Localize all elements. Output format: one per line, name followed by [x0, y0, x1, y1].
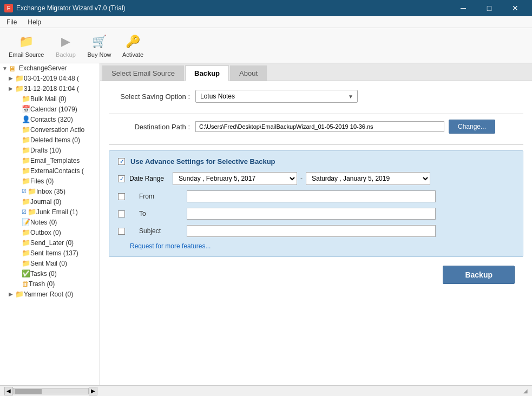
- folder-icon-journal: 📁: [22, 197, 30, 206]
- tree-item-files[interactable]: ▶ 📁 Files (0): [0, 176, 100, 186]
- tree-item-templates[interactable]: ▶ 📁 Email_Templates: [0, 155, 100, 166]
- tree-label-contacts: Contacts (320): [30, 116, 73, 123]
- tree-label-journal: Journal (0): [30, 198, 61, 206]
- tree-item-drafts[interactable]: ▶ 📁 Drafts (10): [0, 145, 100, 155]
- tree-label-trash: Trash (0): [29, 280, 55, 288]
- email-source-icon: 📁: [18, 33, 35, 50]
- tree-label-bulk: Bulk Mail (0): [30, 95, 67, 103]
- email-source-label: Email Source: [9, 51, 44, 58]
- maximize-button[interactable]: □: [477, 0, 502, 16]
- tree-label-cal: Calendar (1079): [30, 105, 77, 113]
- scroll-left-button[interactable]: ◀: [4, 387, 13, 395]
- content-panel: Select Saving Option : Lotus Notes Offic…: [100, 81, 532, 385]
- to-label: To: [127, 210, 187, 217]
- tree-label-tasks: Tasks (0): [30, 270, 57, 278]
- advance-checkmark-icon: ✓: [120, 159, 124, 164]
- toolbar-buy-now[interactable]: 🛒 Buy Now: [83, 31, 115, 60]
- to-input[interactable]: [187, 208, 436, 220]
- destination-path-input[interactable]: [195, 121, 444, 132]
- toolbar-backup[interactable]: ▶ Backup: [50, 31, 81, 60]
- tree-item-bulk-mail[interactable]: ▶ 📁 Bulk Mail (0): [0, 94, 100, 104]
- tree-item-sent[interactable]: ▶ 📁 Sent Items (137): [0, 248, 100, 258]
- tree-item-junk[interactable]: ▶ ☑ 📁 Junk Email (1): [0, 207, 100, 217]
- folder-icon-tasks: ✅: [22, 269, 30, 278]
- tree-toggle-yammer[interactable]: ▶: [9, 291, 15, 297]
- tree-item-trash[interactable]: ▶ 🗑 Trash (0): [0, 279, 100, 289]
- folder-icon-sl: 📁: [22, 239, 30, 247]
- tree-item-sendlater[interactable]: ▶ 📁 Send_Later (0): [0, 237, 100, 248]
- tree-item-journal[interactable]: ▶ 📁 Journal (0): [0, 196, 100, 207]
- tab-backup[interactable]: Backup: [185, 65, 229, 81]
- tree-item-inbox[interactable]: ▶ ☑ 📁 Inbox (35): [0, 186, 100, 196]
- to-checkbox[interactable]: [118, 210, 125, 217]
- horizontal-scrollbar[interactable]: [13, 388, 89, 394]
- minimize-button[interactable]: ─: [451, 0, 476, 16]
- tree-root[interactable]: ▼ 🖥 ExchangeServer: [0, 63, 100, 73]
- advance-section-checkbox[interactable]: ✓: [118, 158, 125, 165]
- tree-label-sm: Sent Mail (0): [30, 260, 67, 267]
- tree-item-conv[interactable]: ▶ 📁 Conversation Actio: [0, 124, 100, 135]
- scrollbar-thumb: [15, 389, 42, 394]
- tree-item-yammer[interactable]: ▶ 📁 Yammer Root (0): [0, 289, 100, 299]
- request-link[interactable]: Request for more features...: [118, 242, 211, 250]
- to-row: To: [118, 208, 514, 220]
- backup-icon: ▶: [57, 33, 74, 50]
- from-input[interactable]: [187, 190, 436, 202]
- activate-icon: 🔑: [124, 33, 141, 50]
- subject-row: Subject: [118, 225, 514, 237]
- advance-header-label: Use Advance Settings for Selective Backu…: [130, 157, 275, 166]
- date-range-row: ✓ Date Range Sunday , February 5, 2017 -…: [118, 172, 514, 185]
- folder-icon-outbox: 📁: [22, 228, 30, 236]
- saving-option-wrapper: Lotus Notes Office 365 Exchange Server G…: [195, 90, 358, 103]
- menu-file[interactable]: File: [2, 17, 21, 27]
- close-button[interactable]: ✕: [503, 0, 528, 16]
- folder-icon-notes: 📝: [22, 218, 30, 226]
- tree-item-tasks[interactable]: ▶ ✅ Tasks (0): [0, 268, 100, 279]
- tab-select-email-source[interactable]: Select Email Source: [102, 65, 184, 81]
- date-range-controls: Sunday , February 5, 2017 - Saturday , J…: [173, 172, 430, 185]
- folder-icon-sent: 📁: [22, 249, 30, 257]
- from-checkbox[interactable]: [118, 193, 125, 200]
- tree-item-sentmail[interactable]: ▶ 📁 Sent Mail (0): [0, 258, 100, 268]
- saving-option-select[interactable]: Lotus Notes Office 365 Exchange Server G…: [195, 90, 358, 103]
- tab-about[interactable]: About: [230, 65, 267, 81]
- tree-item-1[interactable]: ▶ 📁 31-12-2018 01:04 (: [0, 83, 100, 94]
- tree-toggle-1[interactable]: ▶: [9, 85, 15, 91]
- date-range-label-group: ✓ Date Range: [118, 175, 173, 182]
- tree-item-extcon[interactable]: ▶ 📁 ExternalContacts (: [0, 166, 100, 176]
- folder-icon-conv: 📁: [22, 126, 30, 134]
- tree-label-conv: Conversation Actio: [30, 126, 84, 134]
- advance-header: ✓ Use Advance Settings for Selective Bac…: [118, 157, 514, 166]
- tree-item-calendar[interactable]: ▶ 📅 Calendar (1079): [0, 104, 100, 114]
- backup-label: Backup: [56, 51, 76, 58]
- subject-input[interactable]: [187, 225, 436, 237]
- tree-item-contacts[interactable]: ▶ 👤 Contacts (320): [0, 114, 100, 124]
- toolbar-activate[interactable]: 🔑 Activate: [117, 31, 148, 60]
- tree-label-0: 03-01-2019 04:48 (: [24, 75, 79, 82]
- tree-toggle-0[interactable]: ▶: [9, 75, 15, 81]
- window-controls: ─ □ ✕: [451, 0, 528, 16]
- tabs: Select Email Source Backup About: [100, 63, 532, 81]
- folder-icon-contacts: 👤: [22, 115, 30, 123]
- tree-item-notes[interactable]: ▶ 📝 Notes (0): [0, 217, 100, 227]
- scroll-right-button[interactable]: ▶: [89, 387, 97, 395]
- folder-icon-0: 📁: [15, 74, 24, 82]
- folder-icon-1: 📁: [15, 84, 24, 93]
- root-folder-icon: 🖥: [9, 64, 17, 72]
- date-end-select[interactable]: Saturday , January 5, 2019: [306, 172, 430, 185]
- tree-item-outbox[interactable]: ▶ 📁 Outbox (0): [0, 227, 100, 237]
- inbox-check-icon: ☑: [22, 188, 27, 194]
- folder-icon-drafts: 📁: [22, 146, 30, 154]
- title-bar-left: E Exchange Migrator Wizard v7.0 (Trial): [4, 4, 126, 12]
- subject-checkbox[interactable]: [118, 228, 125, 235]
- tree-label-drafts: Drafts (10): [30, 147, 61, 154]
- toolbar-email-source[interactable]: 📁 Email Source: [4, 31, 48, 60]
- backup-button[interactable]: Backup: [443, 266, 515, 284]
- tree-item-deleted[interactable]: ▶ 📁 Deleted Items (0): [0, 135, 100, 145]
- menu-help[interactable]: Help: [23, 17, 45, 27]
- tree-item-0[interactable]: ▶ 📁 03-01-2019 04:48 (: [0, 73, 100, 83]
- change-button[interactable]: Change...: [449, 120, 495, 134]
- date-range-checkbox[interactable]: ✓: [118, 175, 125, 182]
- tree-toggle-root[interactable]: ▼: [2, 65, 9, 71]
- date-start-select[interactable]: Sunday , February 5, 2017: [173, 172, 297, 185]
